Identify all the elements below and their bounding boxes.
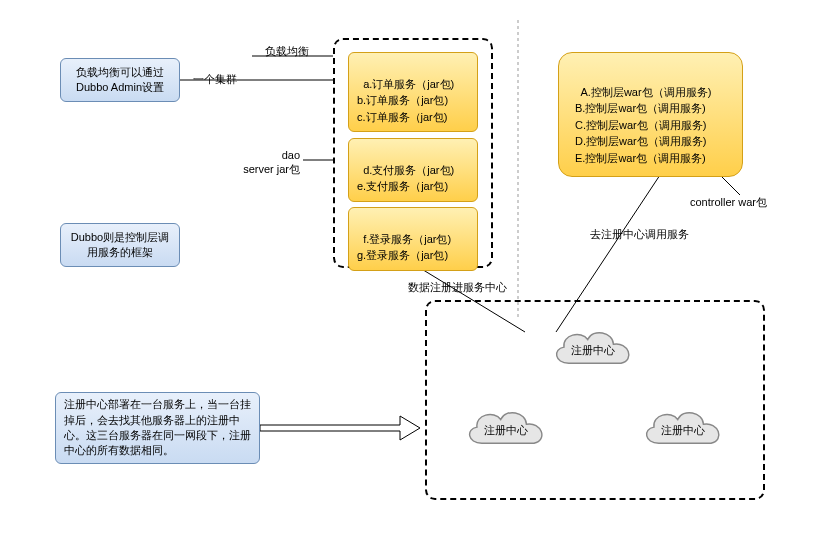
service-login: f.登录服务（jar包) g.登录服务（jar包)	[348, 207, 478, 271]
cloud-label: 注册中心	[484, 423, 528, 438]
note-loadbalance-admin: 负载均衡可以通过Dubbo Admin设置	[60, 58, 180, 102]
service-text: f.登录服务（jar包) g.登录服务（jar包)	[357, 233, 451, 262]
note-text: 注册中心部署在一台服务上，当一台挂掉后，会去找其他服务器上的注册中心。这三台服务…	[64, 397, 251, 459]
note-text: Dubbo则是控制层调用服务的框架	[69, 230, 171, 261]
controllers-text: A.控制层war包（调用服务) B.控制层war包（调用服务) C.控制层war…	[575, 86, 711, 164]
label-controller-war: controller war包	[690, 195, 767, 209]
service-order: a.订单服务（jar包) b.订单服务（jar包) c.订单服务（jar包)	[348, 52, 478, 132]
registry-cloud-3: 注册中心	[635, 400, 730, 458]
label-loadbalance: 负载均衡	[265, 44, 309, 58]
note-registry-deploy: 注册中心部署在一台服务上，当一台挂掉后，会去找其他服务器上的注册中心。这三台服务…	[55, 392, 260, 464]
cloud-label: 注册中心	[661, 423, 705, 438]
registry-cloud-1: 注册中心	[545, 320, 640, 378]
cloud-label: 注册中心	[571, 343, 615, 358]
label-register-data: 数据注册进服务中心	[408, 280, 507, 294]
registry-cloud-2: 注册中心	[458, 400, 553, 458]
label-dao: dao server jar包	[238, 148, 300, 177]
label-cluster: 一个集群	[193, 72, 237, 86]
label-call-service: 去注册中心调用服务	[590, 227, 689, 241]
svg-line-6	[720, 175, 740, 195]
service-pay: d.支付服务（jar包) e.支付服务（jar包)	[348, 138, 478, 202]
service-text: d.支付服务（jar包) e.支付服务（jar包)	[357, 164, 454, 193]
note-dubbo-framework: Dubbo则是控制层调用服务的框架	[60, 223, 180, 267]
service-text: a.订单服务（jar包) b.订单服务（jar包) c.订单服务（jar包)	[357, 78, 454, 123]
controllers-box: A.控制层war包（调用服务) B.控制层war包（调用服务) C.控制层war…	[558, 52, 743, 177]
note-text: 负载均衡可以通过Dubbo Admin设置	[69, 65, 171, 96]
